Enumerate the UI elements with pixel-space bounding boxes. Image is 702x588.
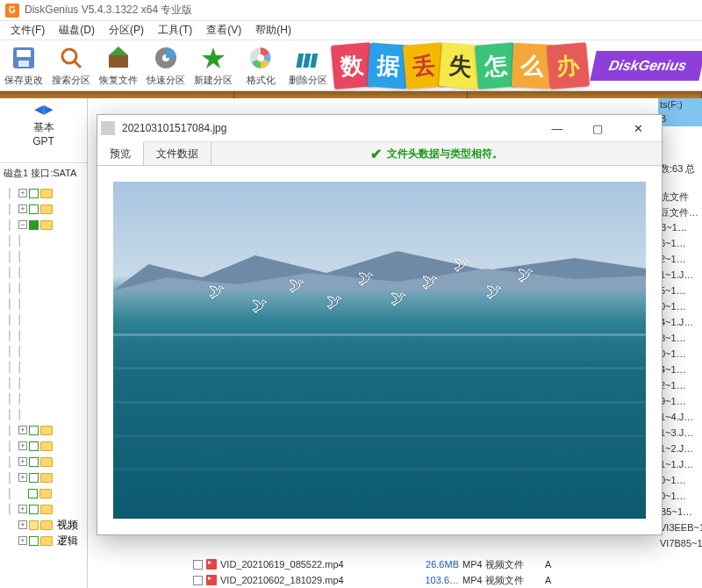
file-fragment[interactable]: 1~1.J… bbox=[658, 458, 702, 474]
menu-disk[interactable]: 磁盘(D) bbox=[52, 21, 102, 39]
expand-icon[interactable]: + bbox=[18, 204, 27, 213]
tree-node[interactable]: │ + bbox=[2, 501, 87, 517]
checkbox[interactable] bbox=[29, 189, 39, 198]
checkbox[interactable] bbox=[29, 441, 39, 451]
file-row[interactable]: VID_20210602_181029.mp4 103.6… MP4 视频文件 … bbox=[88, 572, 702, 588]
checkbox[interactable] bbox=[29, 473, 39, 483]
tree-node[interactable]: │ − bbox=[2, 217, 87, 233]
checkbox[interactable] bbox=[29, 426, 39, 435]
checkbox[interactable] bbox=[29, 204, 39, 214]
file-fragment[interactable]: 1~1.J… bbox=[658, 269, 702, 284]
minimize-button[interactable]: — bbox=[537, 116, 577, 140]
expand-icon[interactable]: + bbox=[18, 505, 27, 513]
expand-icon[interactable]: + bbox=[18, 189, 27, 197]
expand-icon[interactable]: + bbox=[18, 441, 27, 450]
file-fragment[interactable]: 9~1… bbox=[658, 395, 702, 411]
file-fragment[interactable]: VI7B85~1… bbox=[658, 537, 702, 553]
check-icon: ✔ bbox=[370, 146, 382, 162]
new-icon bbox=[199, 44, 227, 72]
tree-node[interactable]: │ + bbox=[2, 438, 87, 454]
menu-partition[interactable]: 分区(P) bbox=[102, 21, 151, 39]
tree-node[interactable]: │ + bbox=[2, 201, 87, 217]
tree-node[interactable]: │ │ bbox=[2, 296, 87, 312]
svg-rect-1 bbox=[17, 50, 31, 57]
checkbox[interactable] bbox=[29, 520, 39, 530]
new-partition-button[interactable]: 新建分区 bbox=[190, 41, 237, 90]
tree-node[interactable]: │ + bbox=[2, 422, 87, 438]
tree-node[interactable]: +视频 bbox=[2, 517, 87, 533]
tree-node[interactable]: │ │ bbox=[2, 312, 87, 327]
close-button[interactable]: ✕ bbox=[618, 116, 658, 140]
quick-partition-button[interactable]: 快速分区 bbox=[142, 41, 190, 90]
file-fragment[interactable]: 5~1… bbox=[658, 284, 702, 300]
checkbox[interactable] bbox=[29, 220, 39, 230]
tree-node[interactable]: │ │ bbox=[2, 233, 87, 248]
file-fragment[interactable]: B5~1… bbox=[658, 506, 702, 521]
tree-node[interactable]: │ │ bbox=[2, 391, 87, 406]
file-fragment[interactable]: 0~1… bbox=[658, 300, 702, 316]
expand-icon[interactable]: − bbox=[18, 220, 27, 229]
file-fragment[interactable]: 豆文件… bbox=[658, 205, 702, 221]
tab-filedata[interactable]: 文件数据 bbox=[144, 142, 211, 165]
file-row[interactable]: VID_20210619_085522.mp4 26.6MB MP4 视频文件 … bbox=[88, 556, 702, 572]
tree-node[interactable]: │ │ bbox=[2, 280, 87, 296]
expand-icon[interactable]: + bbox=[18, 520, 27, 529]
video-file-icon bbox=[206, 559, 217, 570]
tree-node[interactable]: │ │ bbox=[2, 359, 87, 375]
tree-node[interactable]: │ │ bbox=[2, 248, 87, 264]
file-fragment[interactable]: VI3EEB~1… bbox=[658, 521, 702, 537]
video-file-icon bbox=[206, 575, 217, 585]
tree-node[interactable]: │ bbox=[2, 485, 87, 501]
checkbox[interactable] bbox=[29, 536, 39, 546]
menu-view[interactable]: 查看(V) bbox=[199, 21, 248, 39]
nav-arrows[interactable]: ◀▶ bbox=[0, 98, 87, 119]
tree-node[interactable]: │ │ bbox=[2, 406, 87, 422]
checkbox[interactable] bbox=[29, 457, 39, 467]
menu-help[interactable]: 帮助(H) bbox=[248, 21, 298, 39]
search-partition-button[interactable]: 搜索分区 bbox=[47, 41, 95, 90]
file-fragment[interactable]: 0~1… bbox=[658, 348, 702, 363]
tree-node[interactable]: │ + bbox=[2, 185, 87, 201]
directory-tree[interactable]: │ + │ + │ − │ │ │ │ │ │ │ │ │ │ │ │ │ │ … bbox=[0, 183, 87, 588]
preview-titlebar[interactable]: 202103101517084.jpg — ▢ ✕ bbox=[97, 115, 662, 141]
expand-icon[interactable]: + bbox=[18, 536, 27, 545]
file-fragment[interactable]: 6~1… bbox=[658, 237, 702, 253]
tree-node[interactable]: │ │ bbox=[2, 327, 87, 343]
file-fragment[interactable]: 4~1.J… bbox=[658, 316, 702, 332]
maximize-button[interactable]: ▢ bbox=[577, 116, 618, 140]
menu-file[interactable]: 文件(F) bbox=[4, 21, 52, 39]
file-fragment[interactable]: 1~2.J… bbox=[658, 442, 702, 458]
expand-icon[interactable]: + bbox=[18, 457, 27, 466]
file-fragment[interactable]: 4~1… bbox=[658, 363, 702, 379]
tree-node[interactable]: │ │ bbox=[2, 375, 87, 391]
tab-preview[interactable]: 预览 bbox=[97, 141, 144, 165]
file-fragment[interactable]: 2~1… bbox=[658, 253, 702, 269]
menu-tools[interactable]: 工具(T) bbox=[151, 21, 199, 39]
checkbox[interactable] bbox=[193, 560, 203, 570]
format-button[interactable]: 格式化 bbox=[237, 41, 284, 90]
file-fragment[interactable]: 统文件 bbox=[658, 190, 702, 205]
tree-node[interactable]: │ + bbox=[2, 470, 87, 485]
file-fragment[interactable]: 1~3.J… bbox=[658, 427, 702, 442]
tree-node[interactable]: +逻辑 bbox=[2, 533, 87, 549]
checkbox[interactable] bbox=[193, 576, 203, 585]
tree-node[interactable]: │ │ bbox=[2, 264, 87, 280]
recover-button[interactable]: 恢复文件 bbox=[95, 41, 142, 90]
file-fragment[interactable]: 8~1… bbox=[658, 332, 702, 348]
format-icon bbox=[247, 44, 275, 72]
save-icon bbox=[10, 44, 38, 72]
expand-icon[interactable]: + bbox=[18, 426, 27, 434]
checkbox[interactable] bbox=[29, 505, 39, 514]
file-fragment[interactable]: 2~1… bbox=[658, 379, 702, 395]
expand-icon[interactable]: + bbox=[18, 473, 27, 482]
file-fragment[interactable]: 0~1… bbox=[658, 474, 702, 490]
tree-node[interactable]: │ │ bbox=[2, 343, 87, 359]
checkbox[interactable] bbox=[28, 489, 38, 498]
file-fragment[interactable]: B~1… bbox=[658, 221, 702, 237]
folder-icon bbox=[40, 426, 53, 435]
file-fragment[interactable]: 0~1… bbox=[658, 490, 702, 506]
save-button[interactable]: 保存更改 bbox=[0, 41, 47, 90]
delete-partition-button[interactable]: 删除分区 bbox=[284, 41, 332, 90]
tree-node[interactable]: │ + bbox=[2, 454, 87, 470]
file-fragment[interactable]: 1~4.J… bbox=[658, 411, 702, 427]
